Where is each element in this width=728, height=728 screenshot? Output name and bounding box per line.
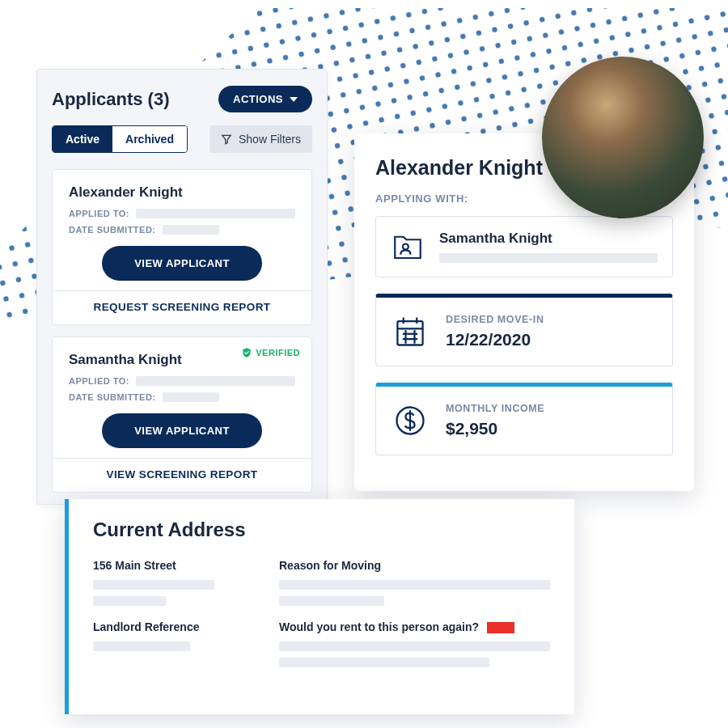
applied-to-label: APPLIED TO:	[69, 209, 129, 218]
show-filters-label: Show Filters	[239, 133, 301, 146]
avatar	[542, 57, 704, 218]
placeholder	[163, 225, 219, 235]
folder-person-icon	[391, 230, 425, 264]
applicants-title-text: Applicants	[52, 89, 142, 109]
date-submitted-label: DATE SUBMITTED:	[69, 225, 156, 235]
tab-active[interactable]: Active	[53, 126, 112, 152]
calendar-icon	[392, 314, 428, 349]
applicant-name: Alexander Knight	[69, 184, 295, 201]
income-value: $2,950	[446, 419, 544, 438]
applicants-panel: Applicants (3) ACTIONS Active Archived S…	[36, 69, 328, 505]
placeholder	[93, 580, 214, 590]
placeholder	[279, 596, 384, 606]
show-filters-button[interactable]: Show Filters	[210, 125, 312, 153]
street-address: 156 Main Street	[93, 559, 247, 572]
move-in-label: DESIRED MOVE-IN	[446, 314, 544, 325]
placeholder	[136, 209, 295, 218]
desired-move-in-card: DESIRED MOVE-IN 12/22/2020	[375, 294, 673, 366]
chevron-down-icon	[290, 97, 298, 102]
placeholder	[279, 580, 550, 590]
filter-icon	[221, 133, 232, 145]
landlord-reference-label: Landlord Reference	[93, 620, 247, 633]
view-screening-link[interactable]: VIEW SCREENING REPORT	[69, 468, 295, 480]
divider	[53, 290, 311, 291]
applicants-count: (3)	[148, 89, 170, 109]
income-label: MONTHLY INCOME	[446, 403, 544, 414]
verified-label: VERIFIED	[256, 348, 300, 358]
actions-button[interactable]: ACTIONS	[218, 86, 312, 112]
applied-to-label: APPLIED TO:	[69, 376, 129, 386]
placeholder	[279, 641, 550, 651]
applicants-title: Applicants (3)	[52, 89, 169, 110]
rent-again-label: Would you rent to this person again?	[279, 620, 550, 633]
verified-badge: VERIFIED	[241, 347, 300, 358]
move-in-value: 12/22/2020	[446, 330, 544, 349]
view-applicant-button[interactable]: VIEW APPLICANT	[102, 246, 262, 281]
monthly-income-card: MONTHLY INCOME $2,950	[375, 383, 673, 455]
svg-marker-2	[222, 135, 231, 144]
applicant-card: VERIFIED Samantha Knight APPLIED TO: DAT…	[52, 336, 312, 493]
dollar-icon	[392, 403, 428, 438]
rent-again-text: Would you rent to this person again?	[279, 620, 479, 633]
placeholder	[136, 376, 295, 386]
tab-archived[interactable]: Archived	[112, 126, 187, 152]
placeholder	[93, 596, 166, 606]
applicant-card: Alexander Knight APPLIED TO: DATE SUBMIT…	[52, 169, 312, 325]
placeholder	[163, 392, 219, 402]
divider	[53, 458, 311, 459]
placeholder	[439, 253, 658, 263]
shield-check-icon	[241, 347, 252, 358]
placeholder	[93, 641, 190, 651]
co-applicant-name: Samantha Knight	[439, 231, 658, 247]
current-address-title: Current Address	[93, 518, 550, 541]
placeholder	[279, 658, 489, 667]
request-screening-link[interactable]: REQUEST SCREENING REPORT	[69, 301, 295, 313]
view-applicant-button[interactable]: VIEW APPLICANT	[102, 413, 262, 448]
actions-label: ACTIONS	[233, 93, 283, 105]
date-submitted-label: DATE SUBMITTED:	[69, 392, 156, 402]
reason-for-moving-label: Reason for Moving	[279, 559, 550, 572]
co-applicant-card[interactable]: Samantha Knight	[375, 216, 673, 277]
svg-point-3	[403, 244, 408, 250]
status-tabs: Active Archived	[52, 125, 188, 153]
answer-chip-red	[487, 622, 514, 633]
current-address-panel: Current Address 156 Main Street Landlord…	[65, 499, 574, 714]
